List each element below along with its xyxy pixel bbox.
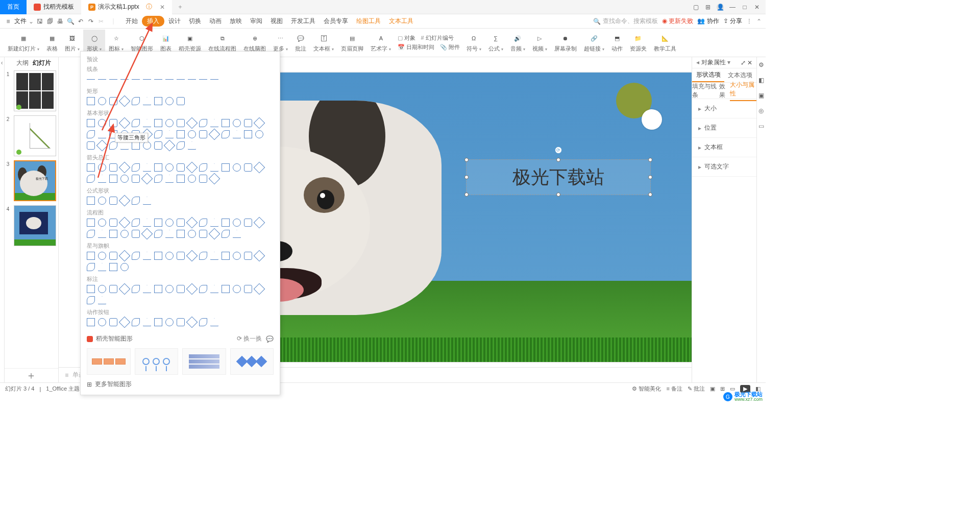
shape-item[interactable] bbox=[141, 228, 153, 240]
shape-item[interactable] bbox=[87, 219, 95, 227]
shape-item[interactable] bbox=[98, 285, 106, 293]
shape-item[interactable] bbox=[188, 230, 196, 238]
shape-item[interactable] bbox=[233, 219, 241, 227]
rail-book-icon[interactable]: ▭ bbox=[758, 123, 764, 130]
shape-item[interactable] bbox=[210, 219, 218, 227]
slides-tab[interactable]: 幻灯片 bbox=[33, 59, 51, 67]
template-2[interactable] bbox=[135, 348, 179, 375]
shape-item[interactable] bbox=[143, 197, 151, 205]
shape-options-tab[interactable]: 形状选项 bbox=[692, 68, 724, 82]
shape-item[interactable] bbox=[199, 119, 207, 127]
shape-item[interactable] bbox=[233, 130, 241, 138]
shape-item[interactable] bbox=[87, 296, 95, 304]
shape-item[interactable] bbox=[98, 263, 106, 271]
shape-item[interactable] bbox=[210, 119, 218, 127]
shape-item[interactable] bbox=[154, 97, 162, 105]
size-props-tab[interactable]: 大小与属性 bbox=[730, 81, 756, 101]
shape-item[interactable] bbox=[165, 97, 174, 105]
shape-item[interactable] bbox=[109, 175, 117, 183]
ribbon-公式[interactable]: ∑公式 ▾ bbox=[485, 30, 507, 56]
menu-放映[interactable]: 放映 bbox=[226, 17, 246, 26]
shape-item[interactable] bbox=[199, 175, 207, 183]
handle-tr[interactable] bbox=[648, 158, 652, 162]
shape-item[interactable] bbox=[244, 130, 252, 138]
shape-item[interactable] bbox=[254, 283, 265, 295]
shape-item[interactable] bbox=[143, 163, 151, 172]
shape-item[interactable] bbox=[199, 163, 207, 172]
shape-item[interactable] bbox=[98, 175, 106, 183]
avatar[interactable]: 👤 bbox=[717, 4, 724, 11]
shape-item[interactable] bbox=[96, 140, 108, 152]
shape-item[interactable] bbox=[199, 318, 207, 326]
shape-item[interactable] bbox=[165, 219, 174, 227]
shape-item[interactable] bbox=[120, 75, 129, 83]
handle-mr[interactable] bbox=[648, 175, 652, 179]
undo-icon[interactable]: ↶ bbox=[77, 17, 85, 26]
redo-icon[interactable]: ↷ bbox=[87, 17, 95, 26]
shape-item[interactable] bbox=[109, 285, 117, 293]
ribbon-页眉页脚[interactable]: ▤页眉页脚 bbox=[337, 30, 367, 56]
thumbnail-2[interactable]: 2 bbox=[7, 115, 57, 156]
shape-item[interactable] bbox=[109, 119, 117, 127]
shape-item[interactable] bbox=[177, 75, 185, 83]
shape-item[interactable] bbox=[188, 75, 196, 83]
shape-item[interactable] bbox=[143, 141, 151, 150]
shape-item[interactable] bbox=[98, 119, 106, 127]
menu-icon[interactable]: ≡ bbox=[4, 17, 12, 26]
menu-视图[interactable]: 视图 bbox=[266, 17, 287, 26]
thumbnail-1[interactable]: 1 bbox=[7, 70, 57, 111]
shape-item[interactable] bbox=[165, 75, 174, 83]
shape-item[interactable] bbox=[132, 97, 140, 105]
ribbon-日期和时间[interactable]: 📅 日期和时间 bbox=[398, 43, 434, 51]
thumbnail-4[interactable]: 4 bbox=[7, 205, 57, 246]
outline-tab[interactable]: 大纲 bbox=[16, 59, 29, 67]
shape-item[interactable] bbox=[132, 219, 140, 227]
ribbon-幻灯片编号[interactable]: # 幻灯片编号 bbox=[421, 34, 454, 42]
shape-item[interactable] bbox=[186, 117, 198, 129]
handle-bl[interactable] bbox=[464, 192, 469, 197]
shape-item[interactable] bbox=[154, 175, 162, 183]
shape-item[interactable] bbox=[98, 197, 106, 205]
shape-item[interactable] bbox=[98, 163, 106, 172]
shape-item[interactable] bbox=[254, 117, 265, 129]
shape-item[interactable] bbox=[254, 217, 265, 229]
tab-home[interactable]: 首页 bbox=[0, 0, 27, 14]
saveas-icon[interactable]: 🗐 bbox=[46, 17, 54, 26]
shape-item[interactable] bbox=[165, 163, 174, 172]
shape-item[interactable] bbox=[188, 130, 196, 138]
add-slide[interactable]: ＋ bbox=[5, 368, 59, 382]
shape-item[interactable] bbox=[222, 285, 230, 293]
prop-section-可选文字[interactable]: ▸可选文字 bbox=[692, 157, 756, 177]
shape-item[interactable] bbox=[210, 252, 218, 260]
shape-item[interactable] bbox=[143, 219, 151, 227]
shape-item[interactable] bbox=[87, 252, 95, 260]
shape-item[interactable] bbox=[109, 230, 117, 238]
shape-item[interactable] bbox=[132, 318, 140, 326]
shape-item[interactable] bbox=[98, 296, 106, 304]
shape-item[interactable] bbox=[233, 285, 241, 293]
shape-item[interactable] bbox=[177, 141, 185, 150]
shape-item[interactable] bbox=[98, 318, 106, 326]
ribbon-视频[interactable]: ▷视频 ▾ bbox=[529, 30, 551, 56]
shape-item[interactable] bbox=[177, 119, 185, 127]
shape-item[interactable] bbox=[186, 217, 198, 229]
shape-item[interactable] bbox=[177, 318, 185, 326]
shape-item[interactable] bbox=[109, 252, 117, 260]
view-normal-icon[interactable]: ▣ bbox=[710, 385, 715, 392]
shape-item[interactable] bbox=[87, 119, 95, 127]
new-tab[interactable]: ＋ bbox=[172, 3, 188, 11]
ribbon-文本框[interactable]: 🅃文本框 ▾ bbox=[310, 30, 337, 56]
template-4[interactable] bbox=[230, 348, 274, 375]
shape-item[interactable] bbox=[210, 75, 218, 83]
ribbon-资源夹[interactable]: 📁资源夹 bbox=[626, 30, 650, 56]
shape-item[interactable] bbox=[143, 318, 151, 326]
ribbon-符号[interactable]: Ω符号 ▾ bbox=[463, 30, 485, 56]
shape-item[interactable] bbox=[87, 97, 95, 105]
shape-item[interactable] bbox=[132, 285, 140, 293]
shape-item[interactable] bbox=[199, 252, 207, 260]
ribbon-动作[interactable]: ⬒动作 bbox=[608, 30, 626, 56]
shape-item[interactable] bbox=[132, 252, 140, 260]
shape-item[interactable] bbox=[210, 285, 218, 293]
shape-item[interactable] bbox=[186, 250, 198, 262]
rail-location-icon[interactable]: ◎ bbox=[758, 107, 764, 114]
